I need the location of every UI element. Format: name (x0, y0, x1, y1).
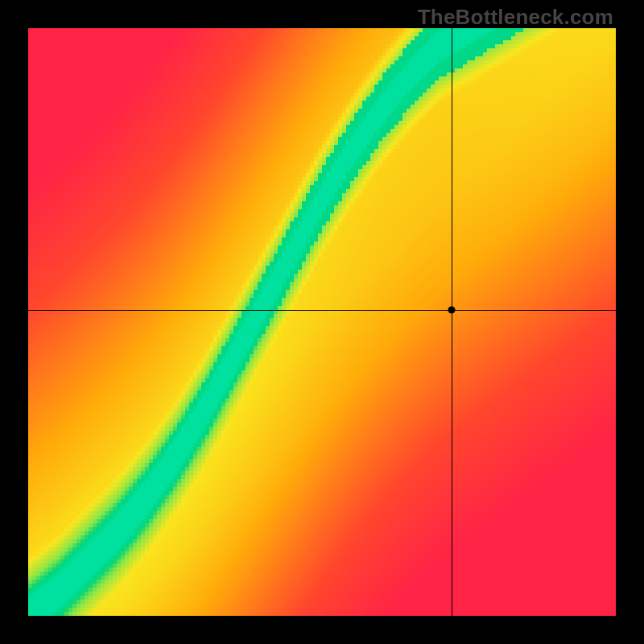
heatmap-plot (28, 28, 616, 616)
heatmap-canvas (28, 28, 616, 616)
crosshair-horizontal (28, 310, 616, 311)
chart-frame: TheBottleneck.com (0, 0, 644, 644)
watermark-text: TheBottleneck.com (418, 5, 613, 30)
crosshair-vertical (452, 28, 452, 616)
crosshair-dot (448, 307, 455, 314)
